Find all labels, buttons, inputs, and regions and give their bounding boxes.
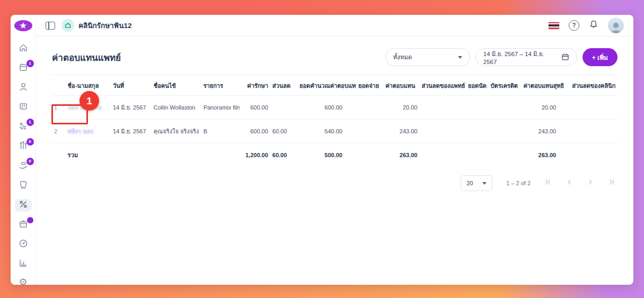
percent-icon <box>18 199 29 212</box>
sidebar-toggle-icon[interactable] <box>46 22 55 30</box>
col-appt[interactable]: ยอดนัด <box>466 75 489 96</box>
col-doc-discount[interactable]: ส่วนลดของแพทย์ <box>419 75 465 96</box>
kanban-board-icon <box>18 101 29 114</box>
total-comp: 263.00 <box>383 143 419 167</box>
calendar-icon <box>561 53 569 62</box>
clinic-name: คลินิกรักษาฟัน12 <box>78 20 131 31</box>
sidebar-item-dental[interactable] <box>15 179 32 192</box>
sidebar-item-inventory[interactable] <box>15 219 32 231</box>
sidebar-item-patients[interactable] <box>15 82 32 94</box>
home-icon <box>18 42 29 55</box>
page-size-value: 20 <box>466 180 473 186</box>
clinic-chip[interactable]: คลินิกรักษาฟัน12 <box>61 19 131 32</box>
col-item[interactable]: รายการ <box>201 75 240 96</box>
col-paid[interactable]: ยอดจ่าย <box>356 75 383 96</box>
total-fee: 1,200.00 <box>240 143 270 167</box>
sidebar-item-treatment-room[interactable]: 1 <box>15 121 32 133</box>
page-size-select[interactable]: 20 <box>461 175 492 191</box>
notifications-bell-icon[interactable] <box>588 19 599 32</box>
table-row[interactable]: 2 หลิงๆ นลง. 14 มิ.ย. 2567 คุณจริงใจ จริ… <box>52 120 617 143</box>
help-icon[interactable]: ? <box>569 20 579 31</box>
app-logo-star-icon[interactable]: ★ <box>14 20 32 31</box>
gear-icon: ⚙ <box>19 277 27 285</box>
col-patient[interactable]: ชื่อคนไข้ <box>152 75 201 96</box>
person-icon <box>18 82 29 94</box>
treatments-badge: 1 <box>27 119 34 126</box>
col-calc[interactable]: ยอดคำนวณค่าตอบแทน <box>297 75 356 96</box>
sidebar-item-payments[interactable]: 0 <box>15 160 32 173</box>
sidebar-item-reports[interactable] <box>15 258 32 270</box>
col-date[interactable]: วันที่ <box>111 75 152 96</box>
total-discount: 60.00 <box>270 143 297 167</box>
sidebar-item-commission[interactable] <box>15 199 32 212</box>
date-range-input[interactable]: 14 มิ.ย. 2567 – 14 มิ.ย. 2567 <box>475 48 577 66</box>
next-page-icon[interactable] <box>587 178 594 188</box>
col-net[interactable]: ค่าตอบแทนสุทธิ <box>521 75 570 96</box>
table-header-row: ชื่อ-นามสกุล วันที่ ชื่อคนไข้ รายการ ค่า… <box>52 75 617 96</box>
page-title: ค่าตอบแทนแพทย์ <box>52 50 121 65</box>
first-page-icon[interactable] <box>544 178 552 188</box>
pagination-range: 1 – 2 of 2 <box>506 180 531 186</box>
prev-page-icon[interactable] <box>566 178 573 188</box>
table-row[interactable]: 1 ปอย อิตตลักษ 14 มิ.ย. 2567 Collin Woll… <box>52 96 617 120</box>
clinic-home-icon <box>61 19 74 32</box>
topbar: คลินิกรักษาฟัน12 ? <box>36 15 633 37</box>
sidebar-item-home[interactable] <box>15 42 32 55</box>
col-credit[interactable]: บัตรเครดิต <box>489 75 522 96</box>
sidebar-item-appointments[interactable]: 1 <box>15 62 32 75</box>
pagination: 20 1 – 2 of 2 <box>52 167 617 191</box>
table-total-row: รวม 1,200.00 60.00 500.00 263.00 263.00 <box>52 143 617 167</box>
type-filter-value: ทั้งหมด <box>393 52 412 62</box>
compensation-table: ชื่อ-นามสกุล วันที่ ชื่อคนไข้ รายการ ค่า… <box>52 75 617 167</box>
inventory-badge <box>27 217 33 223</box>
col-clinic-discount[interactable]: ส่วนลดของคลินิก <box>570 75 617 96</box>
total-net: 263.00 <box>521 143 570 167</box>
bar-chart-icon <box>18 258 29 270</box>
col-fee[interactable]: ค่ารักษา <box>240 75 270 96</box>
total-calc: 500.00 <box>297 143 356 167</box>
annotation-step-badge: 1 <box>80 91 99 111</box>
sidebar-item-instruments[interactable]: 0 <box>15 140 32 153</box>
gauge-icon <box>18 238 29 251</box>
chevron-down-icon <box>458 56 462 59</box>
user-avatar[interactable] <box>608 17 624 33</box>
chevron-down-icon <box>482 182 487 185</box>
total-label: รวม <box>66 143 111 167</box>
instruments-badge: 0 <box>27 138 34 146</box>
col-comp[interactable]: ค่าตอบแทน <box>383 75 419 96</box>
date-range-value: 14 มิ.ย. 2567 – 14 มิ.ย. 2567 <box>483 49 557 65</box>
col-discount[interactable]: ส่วนลด <box>270 75 297 96</box>
add-button[interactable]: + เพิ่ม <box>583 48 617 66</box>
sidebar-item-cards[interactable] <box>15 101 32 114</box>
last-page-icon[interactable] <box>608 178 615 188</box>
tooth-icon <box>18 179 29 192</box>
appointments-badge: 1 <box>27 60 34 67</box>
app-window: ★ 1 1 0 0 <box>11 15 633 285</box>
sidebar-item-settings[interactable]: ⚙ <box>15 277 32 285</box>
sidebar: ★ 1 1 0 0 <box>11 15 36 285</box>
page-header: ค่าตอบแทนแพทย์ ทั้งหมด 14 มิ.ย. 2567 – 1… <box>52 37 617 75</box>
language-flag-thailand-icon[interactable] <box>548 22 560 30</box>
sidebar-item-dashboard[interactable] <box>15 238 32 251</box>
payments-badge: 0 <box>27 158 34 165</box>
type-filter-select[interactable]: ทั้งหมด <box>385 48 470 66</box>
